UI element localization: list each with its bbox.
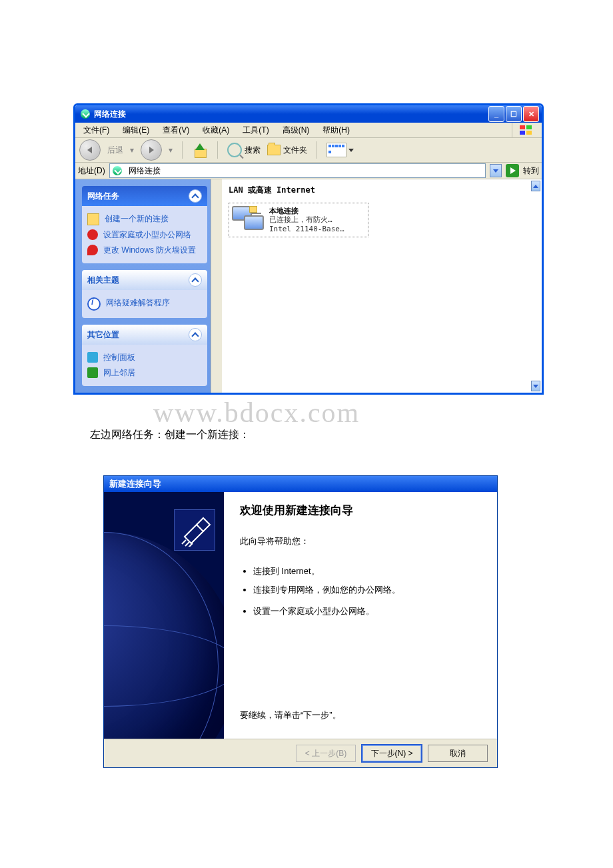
network-icon <box>81 109 90 119</box>
task-label: 创建一个新的连接 <box>105 213 169 225</box>
connections-view: LAN 或高速 Internet 本地连接 已连接上，有防火… Intel 21… <box>222 179 542 393</box>
connection-icon <box>232 206 263 233</box>
firewall-icon <box>87 245 98 255</box>
close-button[interactable]: ✕ <box>523 106 539 122</box>
info-icon <box>87 297 101 311</box>
local-area-connection[interactable]: 本地连接 已连接上，有防火… Intel 21140-Base… <box>229 203 368 237</box>
svg-line-5 <box>185 542 189 546</box>
wizard-titlebar: 新建连接向导 <box>104 476 497 492</box>
menu-file[interactable]: 文件(F) <box>78 123 115 137</box>
back-dropdown[interactable]: ▾ <box>130 145 134 155</box>
folder-icon <box>267 145 281 155</box>
new-connection-wizard-window: 新建连接向导 欢迎使用新建连接向导 此向导将帮助您： 连接到 Internet。… <box>103 475 498 768</box>
task-label: 设置家庭或小型办公网络 <box>103 229 191 241</box>
views-icon <box>326 143 346 157</box>
minimize-button[interactable]: _ <box>488 106 504 122</box>
views-button[interactable] <box>326 143 354 157</box>
svg-rect-3 <box>526 131 532 135</box>
svg-rect-2 <box>520 131 525 135</box>
wizard-heading: 欢迎使用新建连接向导 <box>240 503 481 518</box>
network-tasks-title: 网络任务 <box>87 191 119 202</box>
other-places-title: 其它位置 <box>87 329 119 341</box>
svg-rect-0 <box>520 125 525 129</box>
menu-advanced[interactable]: 高级(N) <box>277 123 315 137</box>
related-topics-header[interactable]: 相关主题 <box>82 270 207 290</box>
address-bar: 地址(D) 网络连接 转到 <box>75 163 542 179</box>
link-network-places[interactable]: 网上邻居 <box>87 365 202 381</box>
link-troubleshooter[interactable]: 网络疑难解答程序 <box>87 295 202 313</box>
back-button: < 上一步(B) <box>296 745 356 762</box>
chevron-down-icon <box>348 149 354 152</box>
control-panel-icon <box>87 352 98 363</box>
scroll-up-button[interactable] <box>531 181 540 191</box>
wizard-intro: 此向导将帮助您： <box>240 535 481 547</box>
next-button[interactable]: 下一步(N) > <box>361 744 422 763</box>
wizard-bullet-homenet: 设置一个家庭或小型办公网络。 <box>253 605 481 617</box>
address-value: 网络连接 <box>129 165 161 177</box>
search-label: 搜索 <box>245 145 261 156</box>
link-control-panel[interactable]: 控制面板 <box>87 350 202 365</box>
tasks-panel: 网络任务 创建一个新的连接 设置家庭或小型办公网络 <box>75 179 222 393</box>
titlebar: 网络连接 _ ☐ ✕ <box>75 105 542 123</box>
scrollbar-thumb[interactable] <box>211 193 221 234</box>
menu-help[interactable]: 帮助(H) <box>317 123 355 137</box>
back-label: 后退 <box>107 145 123 156</box>
go-button[interactable] <box>506 164 519 177</box>
search-icon <box>227 143 242 157</box>
task-create-connection[interactable]: 创建一个新的连接 <box>87 211 202 227</box>
wizard-bullet-private: 连接到专用网络，例如您的办公网络。 <box>253 584 481 596</box>
related-topics-title: 相关主题 <box>87 275 119 286</box>
search-button[interactable]: 搜索 <box>227 143 261 157</box>
network-places-icon <box>87 367 98 378</box>
folders-button[interactable]: 文件夹 <box>267 145 307 156</box>
connection-status: 已连接上，有防火… <box>269 215 344 225</box>
menu-favorites[interactable]: 收藏(A) <box>197 123 235 137</box>
forward-button[interactable] <box>141 139 162 161</box>
globe-graphic <box>104 532 224 739</box>
toolbar-separator <box>182 141 183 159</box>
watermark-text: www.bdocx.com <box>153 397 360 429</box>
connection-device: Intel 21140-Base… <box>269 225 344 234</box>
link-label: 控制面板 <box>103 352 135 363</box>
home-network-icon <box>87 229 98 240</box>
chevron-up-icon <box>189 273 202 287</box>
new-connection-icon <box>87 213 99 225</box>
network-icon <box>113 166 122 175</box>
link-label: 网上邻居 <box>103 367 135 379</box>
maximize-button[interactable]: ☐ <box>506 106 522 122</box>
back-button[interactable] <box>79 139 101 161</box>
svg-line-6 <box>189 543 193 547</box>
other-places-header[interactable]: 其它位置 <box>82 325 207 345</box>
network-tasks-header[interactable]: 网络任务 <box>82 186 207 206</box>
cancel-button[interactable]: 取消 <box>428 745 488 762</box>
wizard-bullet-internet: 连接到 Internet。 <box>253 565 481 577</box>
wizard-sidebar <box>104 492 224 739</box>
toolbar: 后退 ▾ ▾ 搜索 文件夹 <box>75 138 542 163</box>
svg-rect-1 <box>526 125 532 129</box>
wizard-button-bar: < 上一步(B) 下一步(N) > 取消 <box>104 739 497 767</box>
wizard-content: 欢迎使用新建连接向导 此向导将帮助您： 连接到 Internet。 连接到专用网… <box>224 492 497 739</box>
toolbar-separator <box>217 141 218 159</box>
address-field[interactable]: 网络连接 <box>109 163 486 178</box>
forward-dropdown[interactable]: ▾ <box>169 145 173 155</box>
svg-line-4 <box>182 540 186 544</box>
chevron-up-icon <box>189 328 202 341</box>
up-button[interactable] <box>192 142 208 158</box>
scroll-down-button[interactable] <box>211 381 221 391</box>
task-label: 更改 Windows 防火墙设置 <box>103 245 196 256</box>
document-caption: 左边网络任务：创建一个新连接： <box>90 428 613 442</box>
go-label: 转到 <box>523 165 539 177</box>
scroll-down-button[interactable] <box>531 381 540 391</box>
task-change-firewall[interactable]: 更改 Windows 防火墙设置 <box>87 243 202 258</box>
category-header: LAN 或高速 Internet <box>229 185 535 196</box>
scroll-up-button[interactable] <box>211 181 221 191</box>
address-dropdown[interactable] <box>490 164 502 177</box>
connector-icon <box>174 509 215 551</box>
wizard-continue-text: 要继续，请单击“下一步”。 <box>240 709 481 721</box>
folders-label: 文件夹 <box>283 145 307 156</box>
connection-title: 本地连接 <box>269 206 344 215</box>
menu-edit[interactable]: 编辑(E) <box>117 123 155 137</box>
menu-tools[interactable]: 工具(T) <box>237 123 274 137</box>
task-setup-home-network[interactable]: 设置家庭或小型办公网络 <box>87 227 202 243</box>
menu-view[interactable]: 查看(V) <box>157 123 195 137</box>
